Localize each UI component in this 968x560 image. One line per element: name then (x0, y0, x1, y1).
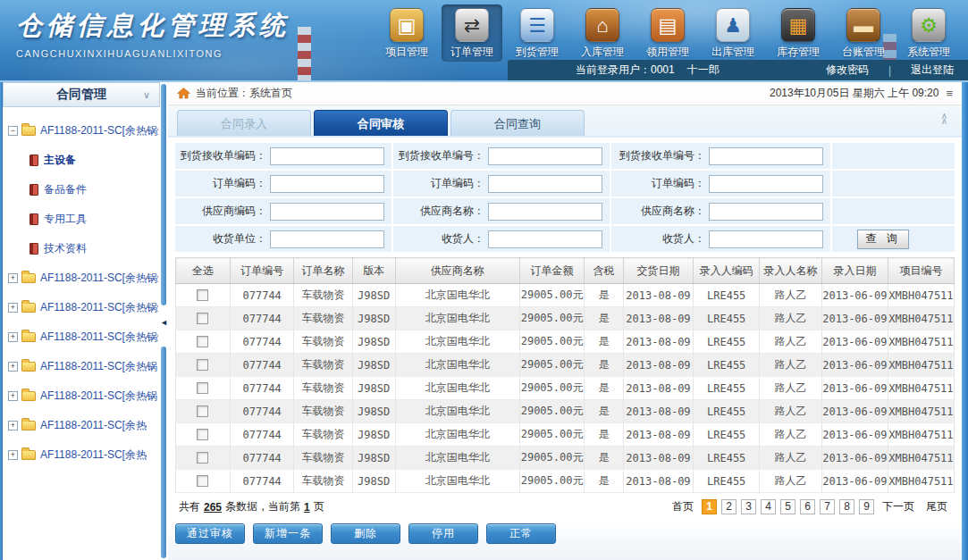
search-input-r3-c2[interactable] (488, 203, 602, 221)
row-checkbox[interactable] (197, 313, 208, 324)
table-cell: J98SD (352, 354, 395, 377)
row-checkbox[interactable] (197, 475, 208, 487)
row-checkbox[interactable] (197, 382, 208, 394)
approve-button[interactable]: 通过审核 (175, 523, 245, 544)
chevron-down-icon[interactable]: ∨ (143, 89, 150, 101)
page-8[interactable]: 8 (839, 499, 854, 514)
tree-doc-item[interactable]: 技术资料 (8, 234, 158, 263)
search-input-r2-c1[interactable] (270, 175, 384, 193)
row-checkbox[interactable] (197, 359, 208, 371)
sidebar-splitter[interactable]: ◄ (160, 82, 168, 560)
folder-icon (21, 362, 36, 372)
table-cell: 是 (585, 354, 624, 377)
expand-box-icon[interactable]: + (8, 391, 18, 401)
search-input-r1-c2[interactable] (488, 147, 602, 165)
row-checkbox[interactable] (197, 429, 208, 440)
table-cell: J98SD (352, 447, 395, 470)
page-1[interactable]: 1 (702, 499, 717, 514)
expand-box-icon[interactable]: + (8, 303, 18, 313)
tree-folder-item[interactable]: +AF1188-2011-SC[余热锅 (8, 352, 158, 381)
search-input-r2-c2[interactable] (488, 175, 602, 193)
page-5[interactable]: 5 (780, 499, 795, 514)
nav-item-order-sync[interactable]: ⇄订单管理 (442, 4, 502, 62)
search-input-r4-c2[interactable] (488, 230, 602, 248)
nav-item-inventory-grid[interactable]: ▦库存管理 (768, 4, 829, 62)
table-cell: 077744 (230, 330, 293, 354)
nav-item-package[interactable]: ▣项目管理 (376, 4, 437, 62)
page-2[interactable]: 2 (721, 499, 737, 514)
page-6[interactable]: 6 (800, 499, 815, 514)
expand-box-icon[interactable]: + (8, 362, 18, 372)
tab-contract-query[interactable]: 合同查询 (450, 110, 585, 136)
tree-doc-item[interactable]: 备品备件 (8, 175, 158, 205)
nav-item-clipboard[interactable]: ▤领用管理 (637, 4, 698, 62)
nav-item-ledger-wallet[interactable]: ▬台账管理 (833, 4, 894, 62)
tree-folder-item[interactable]: +AF1188-2011-SC[余热锅炉 (8, 263, 158, 293)
table-cell: 2013-06-09 (821, 423, 888, 447)
delete-button[interactable]: 删除 (331, 523, 400, 544)
table-cell: 077744 (230, 284, 293, 307)
collapse-panel-icon[interactable]: ∧∧ (941, 113, 947, 124)
row-checkbox[interactable] (197, 405, 208, 417)
table-cell: 2013-06-09 (821, 284, 888, 307)
nav-item-label: 台账管理 (833, 45, 894, 60)
tree-folder-label: AF1188-2011-SC[余热锅炉 (40, 300, 158, 315)
tree-doc-item[interactable]: 专用工具 (8, 205, 158, 234)
tree-folder-item[interactable]: −AF1188-2011-SC[余热锅炉岛 (8, 116, 158, 146)
row-checkbox[interactable] (197, 336, 208, 347)
menu-lines-icon[interactable]: ≡ (946, 87, 953, 100)
nav-item-person-card[interactable]: ♟出库管理 (703, 4, 763, 62)
expand-box-icon[interactable]: + (8, 421, 18, 430)
page-4[interactable]: 4 (761, 499, 776, 514)
disable-button[interactable]: 停用 (408, 523, 478, 544)
search-button-cell: 查 询 (832, 226, 955, 252)
top-nav: ▣项目管理⇄订单管理☰到货管理⌂入库管理▤领用管理♟出库管理▦库存管理▬台账管理… (372, 4, 959, 62)
expand-box-icon[interactable]: + (8, 332, 18, 342)
tree-folder-item[interactable]: +AF1188-2011-SC[余热锅炉 (8, 293, 158, 322)
table-cell: 北京国电华北 (395, 307, 519, 330)
search-input-r4-c1[interactable] (270, 230, 384, 248)
normal-button[interactable]: 正常 (486, 523, 556, 544)
page-7[interactable]: 7 (820, 499, 835, 514)
tree-doc-item[interactable]: 主设备 (8, 146, 158, 175)
search-button-cell (832, 171, 955, 196)
search-input-r4-c3[interactable] (709, 230, 823, 248)
add-one-button[interactable]: 新增一条 (253, 523, 323, 544)
query-button[interactable]: 查 询 (857, 230, 909, 249)
table-cell: 29005.00元 (519, 447, 584, 470)
page-3[interactable]: 3 (741, 499, 756, 514)
nav-item-warehouse[interactable]: ⌂入库管理 (572, 4, 633, 62)
tree-folder-item[interactable]: +AF1188-2011-SC[余热锅炉 (8, 322, 158, 352)
record-summary: 共有 265 条数据，当前第 1 页 (179, 499, 324, 514)
search-input-r2-c3[interactable] (709, 175, 823, 193)
nav-item-system-gear[interactable]: ⚙系统管理 (898, 4, 959, 62)
search-input-r1-c1[interactable] (270, 147, 384, 165)
row-checkbox[interactable] (197, 452, 208, 464)
tree-folder-item[interactable]: +AF1188-2011-SC[余热 (8, 411, 158, 440)
search-input-r3-c1[interactable] (270, 203, 384, 221)
tab-contract-review[interactable]: 合同审核 (314, 110, 448, 136)
expand-box-icon[interactable]: + (8, 273, 18, 283)
tab-contract-entry[interactable]: 合同录入 (177, 110, 311, 136)
search-input-r3-c3[interactable] (709, 203, 823, 221)
pagination: 首页123456789下一页尾页 (669, 499, 951, 514)
logout-link[interactable]: 退出登陆 (911, 63, 954, 78)
tab-bar: 合同录入 合同审核 合同查询 ∧∧ (168, 105, 962, 138)
tree-folder-item[interactable]: +AF1188-2011-SC[余热 (8, 440, 158, 470)
first-page-link[interactable]: 首页 (672, 499, 694, 514)
page-9[interactable]: 9 (859, 499, 874, 514)
column-header: 版本 (352, 258, 395, 284)
change-password-link[interactable]: 修改密码 (826, 63, 869, 78)
table-cell: J98SD (352, 284, 395, 307)
next-page-link[interactable]: 下一页 (882, 499, 914, 514)
last-page-link[interactable]: 尾页 (926, 499, 947, 514)
sidebar-header[interactable]: 合同管理 ∨ (3, 82, 160, 107)
search-input-r1-c3[interactable] (709, 147, 823, 165)
table-cell: J98SD (352, 307, 395, 330)
row-checkbox[interactable] (197, 289, 208, 301)
expand-box-icon[interactable]: + (8, 450, 18, 460)
tree-folder-item[interactable]: +AF1188-2011-SC[余热锅 (8, 381, 158, 411)
collapse-box-icon[interactable]: − (8, 126, 18, 136)
nav-item-document-list[interactable]: ☰到货管理 (507, 4, 568, 62)
collapse-left-icon[interactable]: ◄ (160, 318, 168, 327)
